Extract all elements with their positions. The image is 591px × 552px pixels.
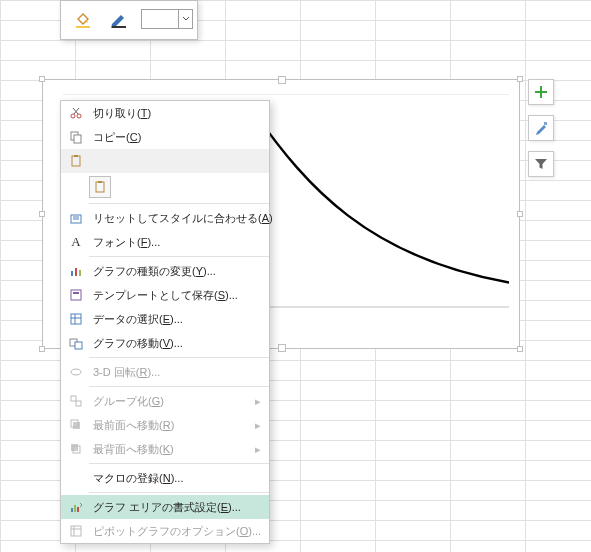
paste-icon — [89, 176, 111, 198]
brush-icon — [534, 121, 548, 135]
menu-label: グループ化(G) — [87, 394, 164, 409]
plus-icon — [534, 85, 548, 99]
funnel-icon — [534, 157, 548, 171]
chart-filters-button[interactable] — [528, 151, 554, 177]
mini-toolbar — [60, 0, 198, 40]
svg-rect-23 — [71, 396, 76, 401]
copy-icon — [65, 128, 87, 146]
svg-rect-14 — [71, 271, 73, 276]
menu-paste-option[interactable] — [61, 173, 269, 201]
menu-label: 3-D 回転(R)... — [87, 365, 160, 380]
rotate-3d-icon — [65, 363, 87, 381]
select-data-icon — [65, 310, 87, 328]
chart-elements-button[interactable] — [528, 79, 554, 105]
svg-rect-18 — [73, 292, 79, 294]
separator — [89, 386, 269, 387]
menu-bring-front: 最前面へ移動(R) ▸ — [61, 413, 269, 437]
svg-rect-9 — [72, 156, 80, 166]
submenu-arrow-icon: ▸ — [255, 419, 261, 432]
menu-save-template[interactable]: テンプレートとして保存(S)... — [61, 283, 269, 307]
chart-styles-button[interactable] — [528, 115, 554, 141]
resize-handle[interactable] — [39, 211, 45, 217]
svg-point-22 — [71, 369, 81, 375]
svg-rect-8 — [74, 135, 81, 143]
chart-side-buttons — [528, 79, 554, 187]
menu-label: コピー(C) — [87, 130, 141, 145]
resize-handle[interactable] — [517, 346, 523, 352]
menu-label: リセットしてスタイルに合わせる(A) — [87, 211, 273, 226]
svg-point-5 — [71, 114, 75, 118]
chart-element-dropdown[interactable] — [141, 9, 193, 29]
template-icon — [65, 286, 87, 304]
svg-rect-24 — [76, 401, 81, 406]
svg-rect-19 — [71, 314, 81, 324]
chevron-down-icon — [178, 10, 192, 28]
menu-font[interactable]: A フォント(F)... — [61, 230, 269, 254]
menu-label: グラフの種類の変更(Y)... — [87, 264, 216, 279]
menu-send-back: 最背面へ移動(K) ▸ — [61, 437, 269, 461]
svg-rect-15 — [75, 268, 77, 276]
menu-move-chart[interactable]: グラフの移動(V)... — [61, 331, 269, 355]
resize-handle[interactable] — [517, 211, 523, 217]
svg-rect-2 — [544, 122, 547, 125]
resize-handle[interactable] — [39, 346, 45, 352]
menu-change-chart-type[interactable]: グラフの種類の変更(Y)... — [61, 259, 269, 283]
svg-rect-4 — [112, 26, 126, 28]
svg-point-6 — [77, 114, 81, 118]
context-menu: 切り取り(T) コピー(C) リセットしてスタイルに合わせる(A) A フォント… — [60, 100, 270, 544]
menu-pivot-chart-options: ピボットグラフのオプション(O)... — [61, 519, 269, 543]
chart-type-icon — [65, 262, 87, 280]
menu-label: グラフの移動(V)... — [87, 336, 183, 351]
menu-label: グラフ エリアの書式設定(E)... — [87, 500, 241, 515]
scissors-icon — [65, 104, 87, 122]
menu-label: ピボットグラフのオプション(O)... — [87, 524, 261, 539]
svg-rect-12 — [98, 181, 102, 183]
submenu-arrow-icon: ▸ — [255, 395, 261, 408]
group-icon — [65, 392, 87, 410]
svg-rect-10 — [74, 155, 78, 157]
separator — [89, 463, 269, 464]
svg-rect-29 — [71, 508, 73, 512]
paint-bucket-icon — [71, 7, 95, 31]
menu-group: グループ化(G) ▸ — [61, 389, 269, 413]
separator — [89, 256, 269, 257]
menu-label: マクロの登録(N)... — [87, 471, 183, 486]
resize-handle[interactable] — [517, 76, 523, 82]
clipboard-icon — [65, 152, 87, 170]
svg-rect-30 — [74, 505, 76, 512]
menu-reset-style[interactable]: リセットしてスタイルに合わせる(A) — [61, 206, 269, 230]
reset-icon — [65, 209, 87, 227]
menu-label: 最前面へ移動(R) — [87, 418, 174, 433]
fill-button[interactable] — [65, 5, 101, 35]
svg-rect-31 — [77, 507, 79, 512]
menu-cut[interactable]: 切り取り(T) — [61, 101, 269, 125]
svg-rect-16 — [79, 270, 81, 276]
svg-rect-25 — [73, 422, 80, 429]
pivot-icon — [65, 522, 87, 540]
resize-handle[interactable] — [39, 76, 45, 82]
pen-icon — [107, 7, 131, 31]
menu-select-data[interactable]: データの選択(E)... — [61, 307, 269, 331]
move-chart-icon — [65, 334, 87, 352]
font-icon: A — [65, 233, 87, 251]
format-area-icon — [65, 498, 87, 516]
menu-label: 切り取り(T) — [87, 106, 151, 121]
svg-rect-17 — [71, 290, 81, 300]
menu-assign-macro[interactable]: マクロの登録(N)... — [61, 466, 269, 490]
outline-button[interactable] — [101, 5, 137, 35]
svg-rect-32 — [71, 526, 81, 536]
menu-label: フォント(F)... — [87, 235, 160, 250]
svg-rect-27 — [71, 444, 78, 451]
menu-copy[interactable]: コピー(C) — [61, 125, 269, 149]
menu-paste-options-header — [61, 149, 269, 173]
send-back-icon — [65, 440, 87, 458]
submenu-arrow-icon: ▸ — [255, 443, 261, 456]
separator — [89, 203, 269, 204]
menu-label: データの選択(E)... — [87, 312, 183, 327]
menu-format-chart-area[interactable]: グラフ エリアの書式設定(E)... — [61, 495, 269, 519]
menu-3d-rotate: 3-D 回転(R)... — [61, 360, 269, 384]
separator — [89, 357, 269, 358]
svg-rect-11 — [96, 182, 104, 192]
blank-icon — [65, 469, 87, 487]
menu-label: テンプレートとして保存(S)... — [87, 288, 238, 303]
